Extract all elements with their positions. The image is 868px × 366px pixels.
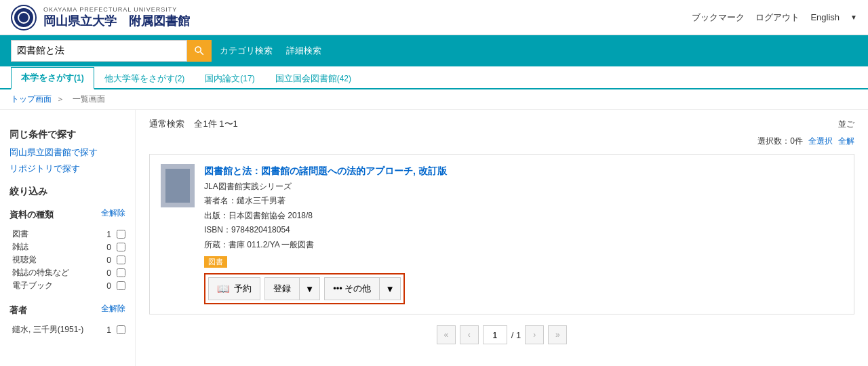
book-icon: 📖 [217, 283, 230, 295]
breadcrumb-home[interactable]: トップ画面 [11, 94, 52, 104]
category-search-link[interactable]: カテゴリ検索 [220, 45, 273, 57]
tab-other-universities[interactable]: 他大学等をさがす(2) [94, 68, 195, 89]
header-nav: ブックマーク ログアウト English ▼ [692, 12, 857, 24]
filter-item-count: 1 [106, 325, 111, 335]
filter-checkbox[interactable] [117, 268, 125, 277]
tab-count: (1) [74, 73, 84, 83]
filter-title: 絞り込み [9, 186, 47, 198]
same-condition-title: 同じ条件で探す [9, 129, 125, 141]
total-count: 全1件 1〜1 [194, 119, 237, 129]
breadcrumb: トップ画面 ＞ 一覧画面 [0, 89, 868, 110]
select-all-link[interactable]: 全選択 [808, 136, 833, 147]
isbn-label: ISBN： [204, 225, 231, 235]
search-input-wrap [11, 40, 212, 62]
filter-item-count: 0 [106, 256, 111, 265]
filter-item-label: 雑誌の特集など [12, 267, 69, 279]
pagination: « ‹ / 1 › » [149, 325, 854, 344]
filter-checkbox[interactable] [117, 281, 125, 290]
filter-item: 視聴覚 0 [12, 253, 125, 266]
next-page-button[interactable]: › [525, 325, 544, 344]
location-label: 所蔵： [204, 240, 229, 249]
book-badge: 図書 [204, 256, 227, 268]
tab-label: 本学をさがす [21, 73, 74, 83]
search-type: 通常検索 [149, 119, 184, 129]
selection-bar: 選択数：0件 全選択 全解 [149, 136, 854, 147]
main-layout: 同じ条件で探す 岡山県立図書館で探す リポジトリで探す 絞り込み 資料の種類 全… [0, 110, 868, 366]
first-page-button[interactable]: « [437, 325, 456, 344]
filter-checkbox[interactable] [117, 325, 125, 334]
chevron-down-icon: ▼ [850, 14, 857, 21]
filter-item-label: 電子ブック [12, 280, 53, 291]
location-value: 書庫 011.2/YA 一般図書 [229, 240, 315, 249]
other-button-split: ••• その他 ▼ [324, 277, 400, 300]
logout-link[interactable]: ログアウト [755, 12, 800, 24]
tab-domestic-papers[interactable]: 国内論文(17) [195, 68, 264, 89]
material-type-clear[interactable]: 全解除 [101, 207, 125, 219]
tab-label: 国立国会図書館 [275, 73, 337, 83]
logo-main: 岡山県立大学 附属図書館 [43, 13, 190, 29]
book-cover [161, 164, 195, 207]
author-filter-header: 著者 全解除 [9, 298, 125, 319]
chevron-down-icon: ▼ [385, 284, 394, 294]
filter-item-label: 鑓水, 三千男(1951-) [12, 324, 83, 336]
last-page-button[interactable]: » [548, 325, 567, 344]
filter-item: 雑誌の特集など 0 [12, 266, 125, 279]
search-nav: カテゴリ検索 詳細検索 [220, 45, 321, 57]
result-card: 図書館と法：図書館の諸問題への法的アプローチ, 改訂版 JLA図書館実践シリーズ… [149, 154, 854, 314]
breadcrumb-current: 一覧画面 [73, 94, 105, 104]
advanced-search-link[interactable]: 詳細検索 [286, 45, 321, 57]
author-filter-title: 著者 [9, 304, 27, 317]
filter-checkbox[interactable] [117, 256, 125, 264]
tab-ndl[interactable]: 国立国会図書館(42) [265, 68, 361, 89]
search-input[interactable] [11, 40, 187, 62]
filter-item: 電子ブック 0 [12, 279, 125, 292]
tab-count: (17) [240, 74, 254, 83]
prev-page-button[interactable]: ‹ [460, 325, 479, 344]
search-icon [193, 45, 205, 57]
author-filter-clear[interactable]: 全解除 [101, 303, 125, 314]
repository-link[interactable]: リポジトリで探す [9, 163, 125, 175]
university-logo [11, 5, 37, 30]
deselect-all-link[interactable]: 全解 [838, 136, 854, 147]
bookmark-link[interactable]: ブックマーク [692, 12, 745, 24]
book-title[interactable]: 図書館と法：図書館の諸問題への法的アプローチ, 改訂版 [204, 164, 843, 178]
sort-area[interactable]: 並ご [838, 119, 854, 130]
book-meta: 著者名：鑓水三千男著 出版：日本図書館協会 2018/8 ISBN：978482… [204, 194, 843, 252]
other-dropdown-arrow[interactable]: ▼ [379, 278, 399, 300]
filter-item-count: 0 [106, 281, 111, 291]
search-tabs: 本学をさがす(1) 他大学等をさがす(2) 国内論文(17) 国立国会図書館(4… [0, 66, 868, 89]
tab-label: 他大学等をさがす [104, 73, 175, 83]
book-series: JLA図書館実践シリーズ [204, 181, 843, 192]
filter-item-count: 0 [106, 268, 111, 278]
prefectural-library-link[interactable]: 岡山県立図書館で探す [9, 146, 125, 159]
register-button[interactable]: 登録 [265, 278, 299, 300]
tab-label: 国内論文 [205, 73, 240, 83]
filter-item: 雑誌 0 [12, 241, 125, 253]
page-total: / 1 [511, 330, 521, 340]
tab-this-university[interactable]: 本学をさがす(1) [11, 67, 94, 89]
filter-item-label: 視聴覚 [12, 254, 37, 266]
reserve-label: 予約 [234, 283, 252, 295]
selection-count: 選択数：0件 [757, 136, 803, 147]
book-cover-image [165, 169, 190, 203]
filter-checkbox[interactable] [117, 230, 125, 239]
page-number-input[interactable] [483, 325, 507, 344]
author-value: 鑓水三千男著 [237, 196, 285, 205]
book-badge-wrap: 図書 [204, 256, 843, 273]
publisher-label: 出版： [204, 211, 229, 220]
reserve-button[interactable]: 📖 予約 [208, 277, 260, 300]
filter-item: 図書 1 [12, 228, 125, 241]
language-selector[interactable]: English [810, 12, 840, 22]
other-button[interactable]: ••• その他 [325, 278, 379, 300]
tab-count: (42) [337, 74, 351, 83]
sidebar: 同じ条件で探す 岡山県立図書館で探す リポジトリで探す 絞り込み 資料の種類 全… [0, 110, 136, 366]
filter-item: 鑓水, 三千男(1951-) 1 [12, 323, 125, 336]
chevron-down-icon: ▼ [305, 284, 314, 294]
isbn-value: 9784820418054 [231, 225, 290, 235]
search-button[interactable] [187, 40, 212, 62]
register-dropdown-arrow[interactable]: ▼ [299, 278, 319, 300]
filter-item-count: 1 [106, 230, 111, 239]
tab-count: (2) [175, 74, 185, 83]
filter-checkbox[interactable] [117, 243, 125, 251]
breadcrumb-separator: ＞ [56, 94, 64, 104]
